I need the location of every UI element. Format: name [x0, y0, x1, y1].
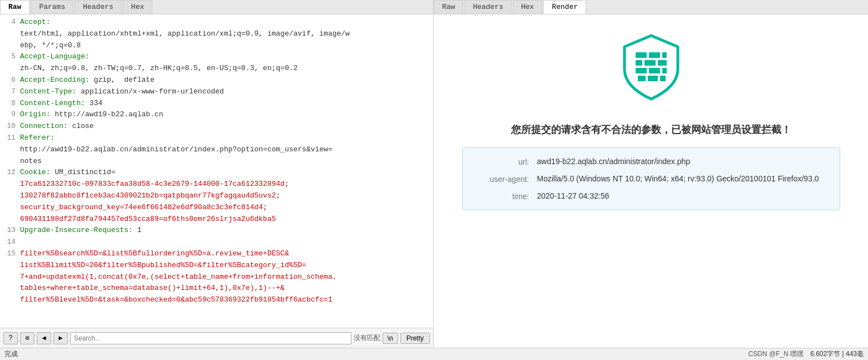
- agent-value: Mozilla/5.0 (Windows NT 10.0; Win64; x64…: [537, 174, 823, 183]
- right-tab-bar: Raw Headers Hex Render: [434, 0, 868, 14]
- line-content: zh-CN, zh;q=0.8, zh-TW;q=0.7, zh-HK;q=0.…: [20, 63, 431, 75]
- line-number: [2, 40, 16, 52]
- line-content: 7+and+updatexml(1,concat(0x7e,(select+ta…: [20, 272, 431, 283]
- code-line: 12 Cookie: UM_distinctid=: [0, 167, 433, 179]
- url-label: url:: [479, 157, 529, 166]
- url-value: awd19-b22.aqlab.cn/administrator/index.p…: [537, 157, 823, 166]
- shield-icon: [618, 31, 685, 103]
- svg-rect-7: [649, 68, 660, 73]
- code-line: 6 Accept-Encoding: gzip, deflate: [0, 75, 433, 86]
- code-line: tables+where+table_schema=database()+lim…: [0, 283, 433, 294]
- svg-rect-6: [636, 68, 647, 73]
- line-number: [2, 283, 16, 294]
- svg-rect-8: [662, 68, 667, 73]
- line-number: [2, 190, 16, 202]
- line-content: Accept-Encoding: gzip, deflate: [20, 75, 431, 86]
- warning-title: 您所提交的请求含有不合法的参数，已被网站管理员设置拦截！: [511, 123, 791, 136]
- line-content: [20, 236, 431, 248]
- tab-headers[interactable]: Headers: [75, 0, 122, 14]
- code-line: 130278f82abbc8f1ceb3ac4309021b2b=qatpbqa…: [0, 190, 433, 202]
- line-content: list%5Blimit%5D=20&filter%5Bpublished%5D…: [20, 260, 431, 272]
- tab-headers-right[interactable]: Headers: [464, 0, 512, 14]
- line-number: [2, 179, 16, 190]
- tab-raw[interactable]: Raw: [0, 0, 29, 14]
- status-right: CSDN @F_N 嘿嘿: [748, 349, 804, 359]
- code-line: 5 Accept-Language:: [0, 51, 433, 63]
- tab-params[interactable]: Params: [31, 0, 73, 14]
- newline-button[interactable]: \n: [383, 333, 398, 344]
- line-number: 11: [2, 132, 16, 144]
- line-number: [2, 214, 16, 225]
- line-content: 130278f82abbc8f1ceb3ac4309021b2b=qatpbqa…: [20, 190, 431, 202]
- line-number: 14: [2, 236, 16, 248]
- line-content: Accept-Language:: [20, 51, 431, 63]
- left-tab-bar: Raw Params Headers Hex: [0, 0, 433, 14]
- left-panel: Raw Params Headers Hex 4 Accept: text/ht…: [0, 0, 434, 348]
- info-row-time: time: 2020-11-27 04:32:56: [479, 191, 823, 201]
- line-number: 12: [2, 167, 16, 179]
- code-line: 13 Upgrade-Insecure-Requests: 1: [0, 225, 433, 236]
- line-content: filter%5Blevel%5D=&task=&boxchecked=0&ab…: [20, 294, 431, 306]
- code-line: 10 Connection: close: [0, 121, 433, 132]
- svg-rect-4: [644, 60, 656, 66]
- settings-button[interactable]: ⚙: [20, 332, 34, 344]
- line-content: Connection: close: [20, 121, 431, 132]
- code-line: http://awd19-b22.aqlab.cn/administrator/…: [0, 144, 433, 156]
- svg-rect-0: [636, 52, 647, 58]
- tab-raw-right[interactable]: Raw: [434, 0, 463, 14]
- line-number: [2, 144, 16, 156]
- line-content: Cookie: UM_distinctid=: [20, 167, 431, 179]
- line-number: [2, 260, 16, 272]
- code-line: list%5Blimit%5D=20&filter%5Bpublished%5D…: [0, 260, 433, 272]
- code-line: security_background_key=74ee6f661482e6df…: [0, 202, 433, 214]
- code-line: 9 Origin: http://awd19-b22.aqlab.cn: [0, 109, 433, 121]
- line-content: Referer:: [20, 132, 431, 144]
- time-value: 2020-11-27 04:32:56: [537, 191, 823, 200]
- svg-rect-3: [636, 60, 642, 66]
- svg-rect-9: [638, 76, 646, 81]
- code-line: filter%5Blevel%5D=&task=&boxchecked=0&ab…: [0, 294, 433, 306]
- line-number: [2, 63, 16, 75]
- line-content: notes: [20, 156, 431, 167]
- tab-hex-right[interactable]: Hex: [513, 0, 542, 14]
- line-content: Upgrade-Insecure-Requests: 1: [20, 225, 431, 236]
- line-number: 13: [2, 225, 16, 236]
- code-line: 7+and+updatexml(1,concat(0x7e,(select+ta…: [0, 272, 433, 283]
- line-number: 7: [2, 86, 16, 98]
- line-number: 15: [2, 248, 16, 260]
- right-content: 您所提交的请求含有不合法的参数，已被网站管理员设置拦截！ url: awd19-…: [434, 14, 868, 348]
- line-content: Content-Type: application/x-www-form-url…: [20, 86, 431, 98]
- forward-button[interactable]: ▶: [53, 332, 68, 344]
- tab-render-right[interactable]: Render: [543, 0, 586, 14]
- code-line: 11 Referer:: [0, 132, 433, 144]
- line-content: tables+where+table_schema=database()+lim…: [20, 283, 431, 294]
- line-content: filter%5Bsearch%5D=&list%5Bfullordering%…: [20, 248, 431, 260]
- status-bar: 完成 CSDN @F_N 嘿嘿 6.602字节 | 443毫: [0, 348, 868, 360]
- svg-rect-11: [660, 76, 666, 81]
- line-content: Origin: http://awd19-b22.aqlab.cn: [20, 109, 431, 121]
- time-label: time:: [479, 191, 529, 201]
- info-row-agent: user-agent: Mozilla/5.0 (Windows NT 10.0…: [479, 174, 823, 184]
- back-button[interactable]: ◀: [37, 332, 51, 344]
- help-button[interactable]: ?: [3, 332, 18, 344]
- line-number: 10: [2, 121, 16, 132]
- pretty-button[interactable]: Pretty: [400, 333, 430, 344]
- line-content: 17ca612332710c-097833cfaa38d58-4c3e2679-…: [20, 179, 431, 190]
- code-line: 8 Content-Length: 334: [0, 98, 433, 110]
- svg-rect-1: [649, 52, 660, 58]
- right-panel: Raw Headers Hex Render: [434, 0, 868, 348]
- info-box: url: awd19-b22.aqlab.cn/administrator/in…: [462, 147, 840, 210]
- line-content: 690431198df27d8fa794457ed53cca89=of6ths0…: [20, 214, 431, 225]
- line-number: 8: [2, 98, 16, 110]
- code-line: ebp, */*;q=0.8: [0, 40, 433, 52]
- line-number: 6: [2, 75, 16, 86]
- status-left: 完成: [4, 349, 748, 359]
- info-row-url: url: awd19-b22.aqlab.cn/administrator/in…: [479, 157, 823, 166]
- status-info: 6.602字节 | 443毫: [810, 349, 864, 359]
- line-number: [2, 294, 16, 306]
- code-line: 15 filter%5Bsearch%5D=&list%5Bfullorderi…: [0, 248, 433, 260]
- code-line: 14: [0, 236, 433, 248]
- line-number: [2, 156, 16, 167]
- search-input[interactable]: [70, 332, 351, 344]
- tab-hex[interactable]: Hex: [123, 0, 152, 14]
